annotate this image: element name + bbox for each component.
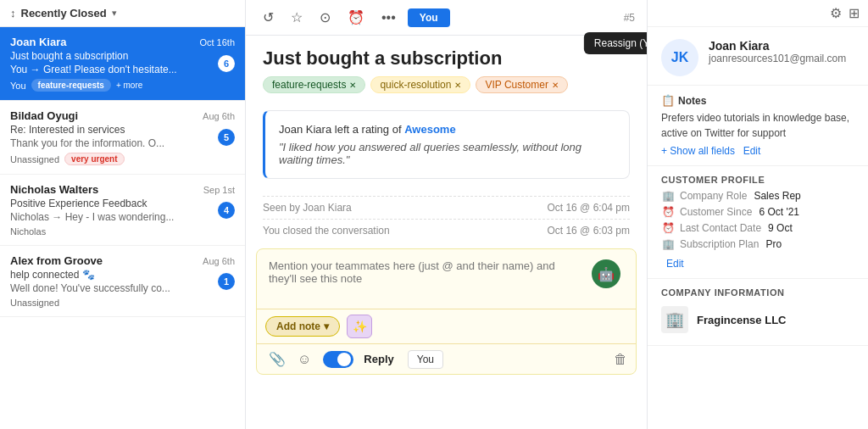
conv-date: Aug 6th	[203, 111, 235, 121]
emoji-button[interactable]: ☺	[294, 350, 314, 369]
chevron-down-icon: ▾	[112, 8, 117, 19]
sidebar: ↕ Recently Closed ▾ Joan Kiara Oct 16th …	[0, 0, 246, 429]
customer-email: joanresources101@gmail.com	[709, 53, 854, 64]
conv-badge: 6	[218, 55, 235, 72]
conversation-item[interactable]: Bildad Oyugi Aug 6th Re: Interested in s…	[0, 101, 245, 175]
main-content: Just bought a subscription feature-reque…	[246, 36, 647, 429]
sidebar-title: Recently Closed	[21, 7, 107, 20]
sliders-icon-button[interactable]: ⚙	[830, 5, 842, 21]
you-button[interactable]: You	[408, 8, 450, 27]
profile-field-value: 6 Oct '21	[759, 206, 799, 218]
conv-badge: 1	[218, 273, 235, 290]
conv-badge: 5	[218, 129, 235, 146]
more-button[interactable]: •••	[376, 7, 401, 29]
attach-button[interactable]: 📎	[265, 349, 289, 369]
profile-field-value: 9 Oct	[768, 222, 793, 234]
conversation-tag: feature-requests	[31, 79, 111, 92]
conversation-item[interactable]: Nicholas Walters Sep 1st Positive Experi…	[0, 175, 245, 246]
toggle-switch[interactable]	[323, 351, 353, 368]
profile-edit-link[interactable]: Edit	[666, 258, 684, 270]
ticket-number: #5	[624, 12, 635, 24]
notes-icon: 📋	[661, 94, 675, 107]
timeline-item: You closed the conversation Oct 16 @ 6:0…	[263, 219, 630, 242]
remove-tag-button[interactable]: ✕	[349, 81, 356, 90]
conv-name: Alex from Groove	[10, 254, 103, 267]
profile-field-label: Last Contact Date	[680, 222, 761, 234]
toggle-knob	[337, 353, 351, 366]
profile-field-icon: 🏢	[661, 238, 675, 250]
conv-date: Oct 16th	[199, 37, 235, 47]
reply-textarea[interactable]	[257, 249, 576, 309]
sort-icon: ↕	[10, 7, 16, 20]
you-assign-button[interactable]: You	[408, 350, 443, 369]
rating-word: Awesome	[404, 123, 455, 136]
reply-icon-button[interactable]: ↺	[258, 6, 279, 29]
delete-button[interactable]: 🗑	[614, 352, 627, 367]
profile-field: 🏢 Company Role Sales Rep	[661, 190, 854, 202]
conversation-tag: VIP Customer ✕	[476, 76, 567, 93]
timeline-item: Seen by Joan Kiara Oct 16 @ 6:04 pm	[263, 196, 630, 219]
conv-bottom: Nicholas	[10, 226, 235, 237]
right-panel: ⚙ ⊞ JK Joan Kiara joanresources101@gmail…	[648, 0, 868, 429]
customer-name: Joan Kiara	[709, 39, 854, 53]
conversation-tags: feature-requests ✕quick-resolution ✕VIP …	[263, 76, 630, 93]
timeline-label: You closed the conversation	[263, 225, 390, 237]
notes-text: Prefers video tutorials in knowledge bas…	[661, 110, 854, 141]
profile-field-label: Subscription Plan	[680, 238, 759, 250]
conv-row-top: Joan Kiara Oct 16th	[10, 36, 235, 48]
conversation-list: Joan Kiara Oct 16th Just bought a subscr…	[0, 27, 245, 429]
customer-header: JK Joan Kiara joanresources101@gmail.com	[648, 27, 868, 86]
conv-agent: Unassigned	[10, 154, 59, 164]
conv-agent: You	[10, 81, 26, 91]
profile-field-value: Pro	[765, 238, 782, 250]
conversation-item[interactable]: Alex from Groove Aug 6th help connected …	[0, 246, 245, 317]
conv-row-top: Bildad Oyugi Aug 6th	[10, 109, 235, 122]
timeline: Seen by Joan Kiara Oct 16 @ 6:04 pm You …	[246, 189, 647, 248]
conv-agent: Unassigned	[10, 298, 59, 308]
rating-quote: "I liked how you answered all queries se…	[279, 141, 615, 166]
notes-edit-link[interactable]: Edit	[743, 145, 761, 157]
conv-date: Aug 6th	[203, 256, 235, 266]
conv-bottom: Unassigned very urgent	[10, 153, 235, 165]
profile-field: ⏰ Last Contact Date 9 Oct	[661, 222, 854, 234]
rating-text: Joan Kiara left a rating of Awesome	[279, 123, 615, 136]
remove-tag-button[interactable]: ✕	[454, 81, 461, 90]
conv-name: Bildad Oyugi	[10, 109, 78, 122]
show-all-fields-link[interactable]: + Show all fields	[661, 145, 735, 157]
company-logo: 🏢	[661, 306, 688, 333]
reply-toggle[interactable]: Reply	[323, 351, 398, 368]
add-note-button[interactable]: Add note ▾	[265, 316, 340, 337]
remove-tag-button[interactable]: ✕	[552, 81, 559, 90]
add-note-label: Add note	[276, 320, 320, 332]
conv-subject: help connected 🐾	[10, 269, 235, 281]
conv-row-top: Alex from Groove Aug 6th	[10, 254, 235, 267]
profile-field-icon: ⏰	[661, 222, 675, 234]
reply-bottom: 📎 ☺ Reply You 🗑	[257, 343, 636, 374]
profile-field-label: Company Role	[680, 190, 747, 202]
tag-button[interactable]: ⊙	[314, 6, 336, 29]
conv-subject: Re: Interested in services	[10, 124, 235, 136]
expand-icon-button[interactable]: ⊞	[849, 5, 860, 21]
conv-agent: Nicholas	[10, 226, 46, 237]
clock-button[interactable]: ⏰	[342, 6, 370, 29]
magic-button[interactable]: ✨	[347, 315, 372, 338]
conv-name: Nicholas Walters	[10, 183, 98, 196]
conv-preview: Well done! You've successfully co...	[10, 282, 235, 294]
reply-area: 🤖 Add note ▾ ✨ 📎 ☺ Reply You	[256, 248, 637, 375]
star-button[interactable]: ☆	[286, 6, 308, 29]
main-toolbar: ↺ ☆ ⊙ ⏰ ••• You #5	[246, 0, 647, 36]
conversation-tag: quick-resolution ✕	[370, 76, 470, 93]
customer-profile-title: CUSTOMER PROFILE	[661, 175, 854, 185]
conv-date: Sep 1st	[203, 185, 235, 195]
conversation-tag: very urgent	[64, 153, 124, 165]
customer-profile-section: CUSTOMER PROFILE 🏢 Company Role Sales Re…	[648, 166, 868, 279]
company-title: COMPANY INFORMATION	[661, 287, 854, 298]
customer-info: Joan Kiara joanresources101@gmail.com	[709, 39, 854, 64]
bot-icon: 🤖	[592, 259, 620, 288]
profile-field-icon: ⏰	[661, 206, 675, 218]
conv-badge: 4	[218, 202, 235, 219]
conv-bottom: You feature-requests + more	[10, 79, 235, 92]
conversation-item[interactable]: Joan Kiara Oct 16th Just bought a subscr…	[0, 27, 245, 101]
sidebar-header[interactable]: ↕ Recently Closed ▾	[0, 0, 245, 27]
reply-button[interactable]: Reply	[359, 351, 398, 367]
